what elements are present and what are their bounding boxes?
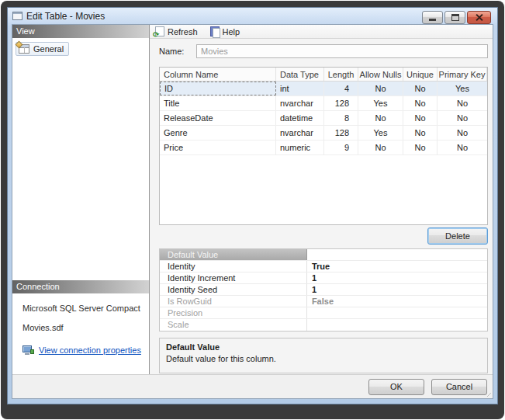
table-empty-area[interactable] <box>160 155 487 224</box>
property-value[interactable] <box>307 307 487 318</box>
dialog-content: View General Connection Microsoft SQL Se… <box>12 24 493 399</box>
maximize-icon <box>451 14 459 21</box>
cell-length[interactable]: 8 <box>324 111 358 125</box>
pencil-icon <box>16 41 23 49</box>
cell-primary-key[interactable]: No <box>438 96 487 110</box>
view-section-header: View <box>12 25 149 38</box>
edit-table-dialog: Edit Table - Movies View General Connect… <box>7 7 498 404</box>
cell-primary-key[interactable]: No <box>438 126 487 140</box>
main-panel: Refresh Help Name: <box>150 25 493 374</box>
property-row-scale[interactable]: Scale <box>160 319 487 331</box>
toolbar: Refresh Help <box>150 25 493 39</box>
property-label[interactable]: Identity Increment <box>160 272 307 283</box>
cell-unique[interactable]: No <box>403 82 438 95</box>
property-label[interactable]: Precision <box>160 307 307 318</box>
property-label[interactable]: Scale <box>160 319 307 331</box>
window-controls <box>422 11 491 24</box>
property-row-default-value[interactable]: Default Value <box>160 249 487 261</box>
cell-data-type[interactable]: nvarchar <box>276 96 324 110</box>
sidebar-item-label: General <box>33 44 64 54</box>
header-unique[interactable]: Unique <box>403 68 438 81</box>
cell-primary-key[interactable]: Yes <box>438 82 487 95</box>
help-button[interactable]: Help <box>210 26 240 36</box>
table-row-genre[interactable]: Genre nvarchar 128 Yes No No <box>160 126 487 141</box>
table-row-price[interactable]: Price numeric 9 No No No <box>160 141 487 155</box>
property-value[interactable] <box>307 319 487 331</box>
property-row-is-rowguid[interactable]: Is RowGuid False <box>160 296 487 307</box>
sidebar-item-general[interactable]: General <box>16 42 69 56</box>
description-title: Default Value <box>166 342 481 352</box>
help-icon <box>210 26 220 36</box>
cell-primary-key[interactable]: No <box>438 141 487 154</box>
header-length[interactable]: Length <box>324 68 358 81</box>
property-label[interactable]: Identity Seed <box>160 284 307 295</box>
cell-allow-nulls[interactable]: Yes <box>358 126 403 140</box>
header-data-type[interactable]: Data Type <box>276 68 324 81</box>
minimize-button[interactable] <box>422 11 443 24</box>
cell-data-type[interactable]: numeric <box>276 141 324 154</box>
cell-data-type[interactable]: nvarchar <box>276 126 324 140</box>
description-text: Default value for this column. <box>166 354 481 363</box>
table-edit-icon <box>19 44 29 54</box>
window-title: Edit Table - Movies <box>26 11 105 22</box>
property-label[interactable]: Default Value <box>160 249 307 260</box>
cell-length[interactable]: 9 <box>324 141 358 154</box>
computer-icon <box>22 345 34 355</box>
maximize-button[interactable] <box>444 11 465 24</box>
delete-button[interactable]: Delete <box>427 227 488 245</box>
header-column-name[interactable]: Column Name <box>160 68 276 81</box>
delete-button-row: Delete <box>159 227 488 246</box>
table-name-input[interactable] <box>196 44 488 58</box>
property-value[interactable]: False <box>307 296 487 307</box>
cell-length[interactable]: 128 <box>324 96 358 110</box>
cell-allow-nulls[interactable]: No <box>358 111 403 125</box>
cell-primary-key[interactable]: No <box>438 111 487 125</box>
property-label[interactable]: Is RowGuid <box>160 296 307 307</box>
property-value[interactable]: 1 <box>307 284 487 295</box>
property-row-precision[interactable]: Precision <box>160 307 487 319</box>
header-primary-key[interactable]: Primary Key <box>438 68 487 81</box>
cell-data-type[interactable]: datetime <box>276 111 324 125</box>
table-row-title[interactable]: Title nvarchar 128 Yes No No <box>160 96 487 111</box>
name-label: Name: <box>159 47 196 56</box>
cell-allow-nulls[interactable]: No <box>358 82 403 95</box>
property-row-identity-increment[interactable]: Identity Increment 1 <box>160 272 487 284</box>
ok-button[interactable]: OK <box>368 379 424 395</box>
cell-column-name[interactable]: Genre <box>160 126 276 140</box>
window-icon <box>12 12 22 20</box>
cell-data-type[interactable]: int <box>276 82 324 95</box>
cell-allow-nulls[interactable]: Yes <box>358 96 403 110</box>
cell-unique[interactable]: No <box>403 126 438 140</box>
header-allow-nulls[interactable]: Allow Nulls <box>358 68 403 81</box>
property-row-identity-seed[interactable]: Identity Seed 1 <box>160 284 487 296</box>
cell-unique[interactable]: No <box>403 96 438 110</box>
property-label[interactable]: Identity <box>160 261 307 272</box>
property-value[interactable]: True <box>307 261 487 272</box>
cancel-button[interactable]: Cancel <box>431 379 487 395</box>
refresh-label: Refresh <box>168 27 198 36</box>
cell-column-name[interactable]: ID <box>160 82 276 95</box>
property-value[interactable] <box>307 249 487 260</box>
close-icon <box>475 13 483 22</box>
cell-column-name[interactable]: Title <box>160 96 276 110</box>
connection-properties-link[interactable]: View connection properties <box>39 345 141 355</box>
columns-table-header: Column Name Data Type Length Allow Nulls… <box>160 68 487 82</box>
cell-unique[interactable]: No <box>403 141 438 154</box>
cell-length[interactable]: 4 <box>324 82 358 95</box>
footer-button-bar: OK Cancel <box>12 374 493 398</box>
refresh-button[interactable]: Refresh <box>155 26 198 36</box>
cell-allow-nulls[interactable]: No <box>358 141 403 154</box>
cell-column-name[interactable]: Price <box>160 141 276 154</box>
help-label: Help <box>223 27 240 36</box>
connection-database-file: Movies.sdf <box>22 323 149 332</box>
close-button[interactable] <box>467 11 491 24</box>
cell-unique[interactable]: No <box>403 111 438 125</box>
cell-length[interactable]: 128 <box>324 126 358 140</box>
view-connection-properties[interactable]: View connection properties <box>22 345 149 355</box>
property-value[interactable]: 1 <box>307 272 487 283</box>
property-row-identity[interactable]: Identity True <box>160 261 487 272</box>
connection-section-header: Connection <box>12 280 149 293</box>
table-row-id[interactable]: ID int 4 No No Yes <box>160 82 487 96</box>
cell-column-name[interactable]: ReleaseDate <box>160 111 276 125</box>
table-row-releasedate[interactable]: ReleaseDate datetime 8 No No No <box>160 111 487 126</box>
